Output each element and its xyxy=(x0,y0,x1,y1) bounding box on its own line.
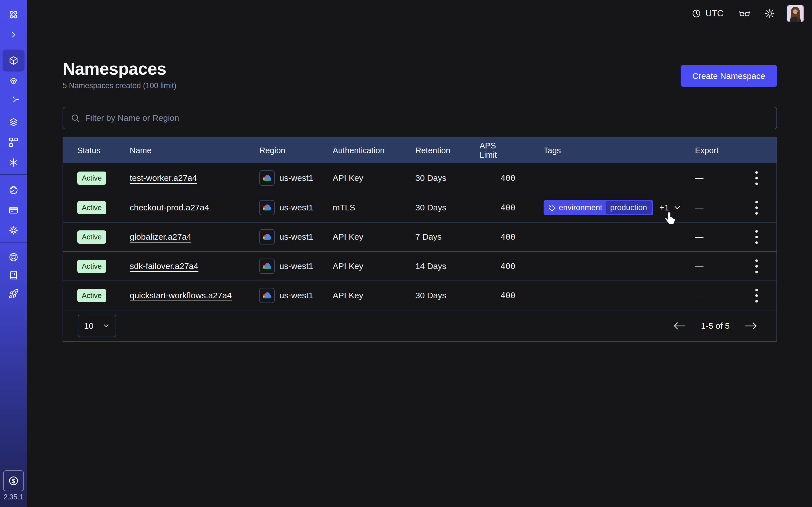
gcp-region-icon xyxy=(259,288,274,303)
region-label: us-west1 xyxy=(280,173,313,183)
arrow-left-icon xyxy=(673,322,686,330)
tag-key: environment xyxy=(559,203,602,212)
aps-value: 400 xyxy=(501,203,544,212)
tags-more-count: +1 xyxy=(659,203,669,212)
namespace-link[interactable]: sdk-failover.a27a4 xyxy=(130,262,199,271)
tag-value: production xyxy=(606,201,652,214)
page-subtitle: 5 Namespaces created (100 limit) xyxy=(63,81,176,90)
namespace-link[interactable]: globalizer.a27a4 xyxy=(130,232,192,241)
timezone-label: UTC xyxy=(705,8,723,18)
sidebar-item-settings[interactable] xyxy=(7,224,20,237)
retention-value: 30 Days xyxy=(415,173,479,183)
page-size-value: 10 xyxy=(84,321,93,331)
timer-icon xyxy=(8,97,19,107)
sidebar-item-support[interactable] xyxy=(7,250,20,264)
sidebar-item-home[interactable] xyxy=(7,8,20,21)
life-ring-icon xyxy=(8,252,19,263)
theme-toggle-button[interactable] xyxy=(764,8,775,19)
gcp-region-icon xyxy=(259,170,274,186)
gcp-region-icon xyxy=(259,259,274,274)
col-export: Export xyxy=(695,146,737,155)
chevron-right-icon xyxy=(9,30,18,40)
temporal-logo-icon xyxy=(8,9,19,20)
sidebar-item-usage[interactable] xyxy=(7,183,20,196)
glasses-icon xyxy=(739,8,751,18)
retention-value: 30 Days xyxy=(415,203,479,212)
sidebar-item-namespaces[interactable] xyxy=(3,50,24,71)
sidebar-expand-button[interactable] xyxy=(7,28,20,41)
col-status: Status xyxy=(63,146,130,155)
sidebar-divider xyxy=(0,242,27,242)
sidebar-item-schedules[interactable] xyxy=(7,95,20,109)
row-menu-button[interactable] xyxy=(753,228,760,246)
region-label: us-west1 xyxy=(280,262,313,271)
tag-chip[interactable]: environment production xyxy=(544,200,653,215)
auth-value: API Key xyxy=(333,262,415,271)
dollar-badge-icon: $ xyxy=(7,474,20,487)
col-retention: Retention xyxy=(415,146,479,155)
next-page-button[interactable] xyxy=(743,320,759,332)
sidebar-item-nexus[interactable] xyxy=(7,156,20,169)
filter-input[interactable] xyxy=(85,113,769,123)
asterisk-icon xyxy=(8,157,19,168)
status-badge: Active xyxy=(77,172,106,185)
status-badge: Active xyxy=(77,260,106,273)
region-label: us-west1 xyxy=(280,203,313,212)
status-badge: Active xyxy=(77,289,106,302)
export-value: — xyxy=(695,262,737,271)
sidebar-pricing-button[interactable]: $ xyxy=(3,470,24,491)
namespace-link[interactable]: checkout-prod.a27a4 xyxy=(130,203,209,212)
page-size-select[interactable]: 10 xyxy=(78,315,116,337)
chevron-down-icon xyxy=(103,322,110,330)
namespace-link[interactable]: quickstart-workflows.a27a4 xyxy=(130,291,232,300)
sidebar-item-monitor[interactable] xyxy=(7,75,20,88)
col-aps-limit: APS Limit xyxy=(479,141,544,160)
col-authentication: Authentication xyxy=(333,146,415,155)
sidebar-item-getting-started[interactable] xyxy=(7,287,20,300)
create-namespace-button[interactable]: Create Namespace xyxy=(680,65,777,87)
namespace-link[interactable]: test-worker.a27a4 xyxy=(130,173,197,182)
sidebar-item-docs[interactable] xyxy=(7,269,20,282)
namespaces-table: Status Name Region Authentication Retent… xyxy=(63,137,777,342)
user-avatar[interactable] xyxy=(786,5,804,22)
table-row: Active quickstart-workflows.a27a4 us-wes… xyxy=(63,281,776,310)
timezone-selector[interactable]: UTC xyxy=(691,8,723,19)
sidebar-item-deployments[interactable] xyxy=(7,135,20,149)
sidebar-item-batch[interactable] xyxy=(7,115,20,129)
tags-cell: environment production +1 xyxy=(544,200,695,215)
col-tags: Tags xyxy=(544,146,695,155)
radar-spiral-icon xyxy=(8,76,19,87)
aps-value: 400 xyxy=(501,291,544,300)
retention-value: 7 Days xyxy=(415,232,479,242)
aps-value: 400 xyxy=(501,232,544,242)
row-menu-button[interactable] xyxy=(753,286,760,305)
aps-value: 400 xyxy=(501,173,544,183)
gauge-icon xyxy=(8,184,19,195)
retention-value: 14 Days xyxy=(415,262,479,271)
table-footer: 10 1-5 of 5 xyxy=(63,310,776,341)
region-label: us-west1 xyxy=(280,291,313,300)
sidebar: $ 2.35.1 xyxy=(0,0,27,507)
row-menu-button[interactable] xyxy=(753,199,760,217)
topbar: UTC xyxy=(27,0,812,27)
col-name: Name xyxy=(130,146,259,155)
arrow-right-icon xyxy=(745,322,757,330)
status-badge: Active xyxy=(77,230,106,244)
export-value: — xyxy=(695,291,737,300)
row-menu-button[interactable] xyxy=(753,257,760,276)
status-badge: Active xyxy=(77,201,106,214)
search-icon xyxy=(70,113,80,123)
prev-page-button[interactable] xyxy=(672,320,688,332)
export-value: — xyxy=(695,232,737,242)
export-value: — xyxy=(695,173,737,183)
svg-text:$: $ xyxy=(12,478,15,484)
col-region: Region xyxy=(259,146,333,155)
tags-expand-button[interactable] xyxy=(673,203,681,212)
sidebar-item-billing[interactable] xyxy=(7,203,20,217)
book-sparkles-icon xyxy=(8,270,19,281)
auth-value: mTLS xyxy=(333,203,415,212)
labs-toggle-button[interactable] xyxy=(739,8,751,18)
table-row: Active test-worker.a27a4 us-west1 API Ke… xyxy=(63,163,776,193)
main-content: Namespaces 5 Namespaces created (100 lim… xyxy=(27,0,812,342)
row-menu-button[interactable] xyxy=(753,169,760,187)
